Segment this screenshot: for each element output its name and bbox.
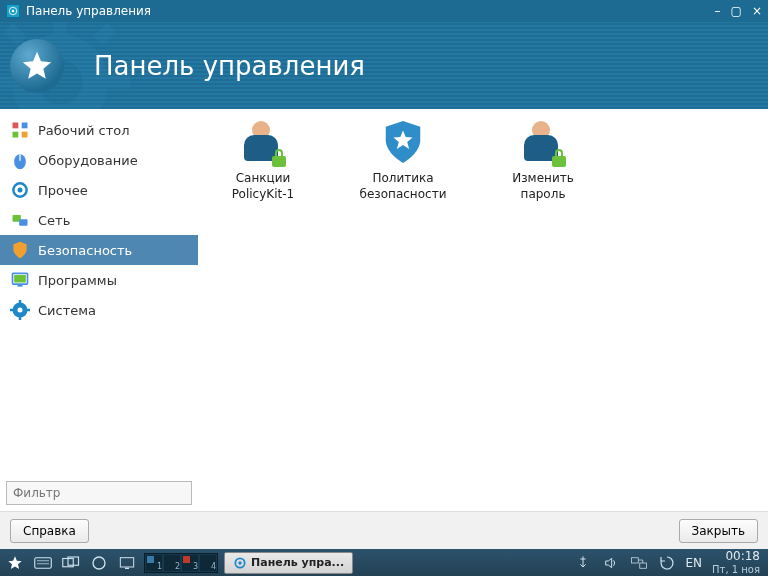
workspace-pager[interactable]: 1 2 3 4 bbox=[144, 553, 218, 573]
system-gear-icon bbox=[10, 300, 30, 320]
maximize-button[interactable]: ▢ bbox=[731, 4, 742, 18]
app-body: Рабочий стол Оборудование Прочее bbox=[0, 109, 768, 549]
page-title: Панель управления bbox=[94, 51, 365, 81]
shield-star-icon bbox=[380, 119, 426, 165]
svg-rect-45 bbox=[639, 563, 646, 568]
svg-rect-41 bbox=[125, 567, 129, 568]
header-banner: Панель управления bbox=[0, 22, 768, 109]
svg-rect-6 bbox=[0, 76, 12, 89]
svg-rect-34 bbox=[35, 557, 52, 568]
person-lock-icon bbox=[520, 119, 566, 165]
gear-icon bbox=[10, 180, 30, 200]
taskbar-right: EN 00:18 Пт, 1 ноя bbox=[574, 550, 768, 574]
update-tray-icon[interactable] bbox=[658, 554, 676, 572]
svg-marker-33 bbox=[8, 556, 21, 569]
usb-tray-icon[interactable] bbox=[574, 554, 592, 572]
svg-point-20 bbox=[18, 188, 23, 193]
monitor-icon bbox=[10, 270, 30, 290]
dialog-button-row: Справка Закрыть bbox=[0, 511, 768, 549]
star-badge-icon bbox=[10, 39, 64, 93]
sidebar-item-label: Оборудование bbox=[38, 153, 138, 168]
close-window-button[interactable]: × bbox=[752, 4, 762, 18]
workspace-2[interactable]: 2 bbox=[163, 554, 181, 572]
filter-input[interactable] bbox=[6, 481, 192, 505]
sidebar-item-network[interactable]: Сеть bbox=[0, 205, 198, 235]
app-main: Рабочий стол Оборудование Прочее bbox=[0, 109, 768, 511]
language-indicator[interactable]: EN bbox=[686, 556, 703, 570]
taskbar-active-window[interactable]: Панель упра... bbox=[224, 552, 353, 574]
svg-rect-14 bbox=[22, 123, 28, 129]
taskbar-clock[interactable]: 00:18 Пт, 1 ноя bbox=[712, 550, 760, 574]
tile-label: Санкции PolicyKit-1 bbox=[208, 171, 318, 202]
tile-change-password[interactable]: Изменить пароль bbox=[488, 119, 598, 202]
tile-label: Изменить пароль bbox=[488, 171, 598, 202]
window-controls: – ▢ × bbox=[715, 4, 762, 18]
sidebar-item-programs[interactable]: Программы bbox=[0, 265, 198, 295]
content-area: Санкции PolicyKit-1 Политика безопасност… bbox=[198, 109, 768, 511]
close-button[interactable]: Закрыть bbox=[679, 519, 758, 543]
window-title: Панель управления bbox=[26, 4, 715, 18]
svg-point-39 bbox=[93, 557, 105, 569]
workspace-1[interactable]: 1 bbox=[145, 554, 163, 572]
filter-box bbox=[6, 481, 192, 505]
help-button[interactable]: Справка bbox=[10, 519, 89, 543]
sidebar-items: Рабочий стол Оборудование Прочее bbox=[0, 115, 198, 475]
workspace-3[interactable]: 3 bbox=[181, 554, 199, 572]
sidebar: Рабочий стол Оборудование Прочее bbox=[0, 109, 198, 511]
network-tray-icon[interactable] bbox=[630, 554, 648, 572]
windows-overview-icon[interactable] bbox=[60, 553, 82, 573]
mouse-icon bbox=[10, 150, 30, 170]
svg-rect-44 bbox=[631, 557, 638, 562]
svg-point-1 bbox=[12, 10, 15, 13]
sidebar-item-label: Прочее bbox=[38, 183, 88, 198]
app-icon bbox=[6, 4, 20, 18]
sidebar-item-system[interactable]: Система bbox=[0, 295, 198, 325]
svg-rect-16 bbox=[22, 132, 28, 138]
sidebar-item-label: Система bbox=[38, 303, 96, 318]
svg-rect-13 bbox=[13, 123, 19, 129]
taskbar-window-label: Панель упра... bbox=[251, 556, 344, 569]
network-icon bbox=[10, 210, 30, 230]
sidebar-item-security[interactable]: Безопасность bbox=[0, 235, 198, 265]
svg-rect-24 bbox=[14, 275, 26, 283]
gear-icon bbox=[233, 556, 247, 570]
sidebar-item-label: Безопасность bbox=[38, 243, 132, 258]
taskbar-left: 1 2 3 4 Панель упра... bbox=[0, 552, 353, 574]
svg-rect-4 bbox=[54, 22, 67, 34]
shield-icon bbox=[10, 240, 30, 260]
sidebar-item-label: Программы bbox=[38, 273, 117, 288]
workspace-4[interactable]: 4 bbox=[199, 554, 217, 572]
tile-label: Политика безопасности bbox=[348, 171, 458, 202]
volume-tray-icon[interactable] bbox=[602, 554, 620, 572]
svg-rect-15 bbox=[13, 132, 19, 138]
keyboard-icon[interactable] bbox=[32, 553, 54, 573]
clock-date: Пт, 1 ноя bbox=[712, 564, 760, 575]
svg-point-43 bbox=[238, 561, 242, 565]
sidebar-item-other[interactable]: Прочее bbox=[0, 175, 198, 205]
sidebar-item-desktop[interactable]: Рабочий стол bbox=[0, 115, 198, 145]
tile-security-policy[interactable]: Политика безопасности bbox=[348, 119, 458, 202]
svg-point-27 bbox=[18, 308, 23, 313]
sidebar-item-hardware[interactable]: Оборудование bbox=[0, 145, 198, 175]
clock-time: 00:18 bbox=[712, 550, 760, 563]
window-titlebar: Панель управления – ▢ × bbox=[0, 0, 768, 22]
sidebar-item-label: Сеть bbox=[38, 213, 70, 228]
taskbar: 1 2 3 4 Панель упра... EN 00:18 Пт, 1 но… bbox=[0, 549, 768, 576]
sidebar-item-label: Рабочий стол bbox=[38, 123, 129, 138]
svg-rect-40 bbox=[120, 557, 133, 566]
show-desktop-icon[interactable] bbox=[116, 553, 138, 573]
start-menu-button[interactable] bbox=[4, 553, 26, 573]
svg-rect-10 bbox=[93, 23, 116, 46]
minimize-button[interactable]: – bbox=[715, 4, 721, 18]
desktop-icon bbox=[10, 120, 30, 140]
svg-marker-12 bbox=[23, 51, 51, 78]
svg-rect-22 bbox=[19, 219, 27, 226]
person-lock-icon bbox=[240, 119, 286, 165]
tile-policykit-sanctions[interactable]: Санкции PolicyKit-1 bbox=[208, 119, 318, 202]
file-manager-icon[interactable] bbox=[88, 553, 110, 573]
svg-rect-25 bbox=[18, 285, 23, 287]
